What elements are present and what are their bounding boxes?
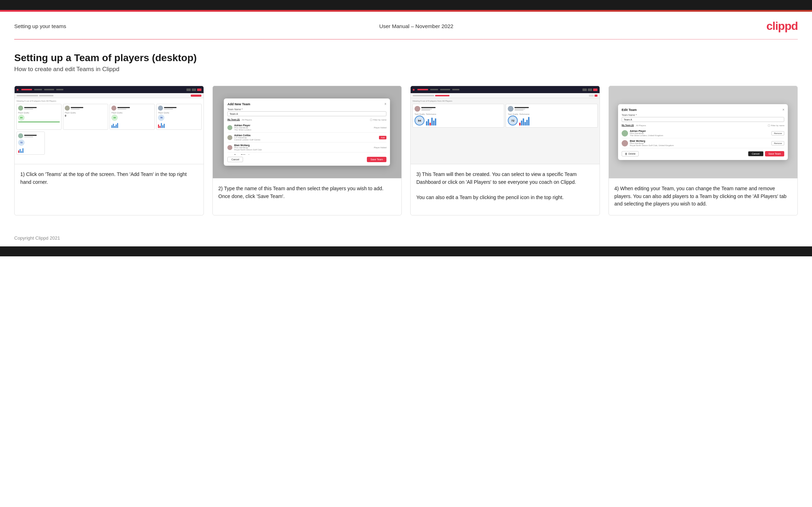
player-name: Dave Billingham [234, 154, 377, 155]
player-item: Adrian Coliba 1.5 Handicap Central Londo… [227, 133, 386, 143]
player-item: Adrian Player Plus Handicap The Shire Lo… [227, 123, 386, 133]
edit-player-name: Adrian Player [630, 130, 770, 132]
add-player-button[interactable]: Add [379, 136, 386, 139]
edit-player-item: Blair McHarg Plus Handicap Royal North D… [622, 138, 784, 148]
clippd-logo: clippd [766, 20, 798, 33]
edit-filter-label: Filter by name [771, 124, 784, 127]
edit-player-location: The Shire London, United Kingdom [630, 134, 770, 137]
header-left-text: Setting up your teams [14, 23, 66, 29]
card-4: Edit Team × Team Name * Team A My Team (… [608, 86, 798, 215]
filter-checkbox[interactable] [370, 119, 372, 121]
edit-player-name: Blair McHarg [630, 140, 770, 142]
card-1: Viewing 6 out of 8 players from All Play… [14, 86, 204, 215]
edit-team-name-input[interactable]: Team A [622, 117, 784, 122]
remove-player-button[interactable]: Remove [771, 141, 784, 145]
top-bar [0, 0, 812, 10]
player-added-status: Player Added [374, 146, 386, 149]
filter-label: Filter by name [373, 119, 386, 121]
player-name: Blair McHarg [234, 144, 372, 146]
page-title: Setting up a Team of players (desktop) [14, 52, 798, 64]
edit-player-avatar [622, 140, 628, 146]
team-name-input[interactable]: Team A [227, 111, 386, 116]
screenshot-4: Edit Team × Team Name * Team A My Team (… [609, 86, 798, 178]
edit-player-avatar [622, 130, 628, 137]
tab-all-players[interactable]: All Players [242, 119, 252, 121]
screenshot-3: Viewing 6 out of 8 players from All Play… [411, 86, 600, 164]
edit-save-team-button[interactable]: Save Team [765, 151, 785, 156]
card-2-text: 2) Type the name of this Team and then s… [213, 178, 402, 215]
screenshot-2: Add New Team × Team Name * Team A My Tea… [213, 86, 402, 178]
trash-icon: 🗑 [625, 153, 627, 155]
edit-team-name-label: Team Name * [622, 114, 784, 116]
edit-modal-close-icon[interactable]: × [782, 108, 785, 112]
team-name-label: Team Name * [227, 108, 386, 111]
player-list: Adrian Player Plus Handicap The Shire Lo… [227, 123, 386, 155]
edit-player-info: Blair McHarg Plus Handicap Royal North D… [630, 140, 770, 146]
edit-filter-checkbox[interactable] [768, 124, 770, 127]
edit-player-item: Adrian Player Plus Handicap The Shire Lo… [622, 128, 784, 138]
card-4-text: 4) When editing your Team, you can chang… [609, 178, 798, 215]
screenshot-1: Viewing 6 out of 8 players from All Play… [15, 86, 204, 164]
player-name: Adrian Coliba [234, 134, 377, 137]
page-subtitle: How to create and edit Teams in Clippd [14, 66, 798, 73]
player-location: Central London Golf Centre [234, 139, 377, 141]
delete-team-button[interactable]: 🗑 Delete [622, 151, 639, 156]
card-2: Add New Team × Team Name * Team A My Tea… [212, 86, 402, 215]
card-3: Viewing 6 out of 8 players from All Play… [410, 86, 600, 215]
player-info: Blair McHarg Plus Handicap Royal North D… [234, 144, 372, 151]
player-avatar [227, 125, 232, 130]
player-name: Adrian Player [234, 124, 372, 127]
page-content: Setting up a Team of players (desktop) H… [0, 39, 812, 230]
header: Setting up your teams User Manual – Nove… [0, 12, 812, 39]
player-item: Blair McHarg Plus Handicap Royal North D… [227, 143, 386, 153]
edit-team-modal: Edit Team × Team Name * Team A My Team (… [618, 104, 788, 160]
player-added-status: Player Added [374, 127, 386, 129]
copyright-text: Copyright Clippd 2021 [14, 235, 60, 241]
card-1-text: 1) Click on 'Teams' at the top of the sc… [15, 164, 204, 215]
cancel-button[interactable]: Cancel [227, 157, 243, 162]
edit-cancel-button[interactable]: Cancel [748, 151, 764, 156]
player-avatar [227, 145, 232, 150]
bottom-bar [0, 246, 812, 256]
add-new-team-modal: Add New Team × Team Name * Team A My Tea… [224, 98, 390, 166]
modal-close-icon[interactable]: × [384, 102, 386, 106]
modal-title: Add New Team [227, 102, 250, 106]
header-center-text: User Manual – November 2022 [379, 23, 453, 29]
save-team-button[interactable]: Save Team [367, 157, 386, 162]
player-info: Adrian Player Plus Handicap The Shire Lo… [234, 124, 372, 131]
edit-tab-all-players[interactable]: All Players [636, 124, 646, 127]
remove-player-button[interactable]: Remove [771, 131, 784, 135]
edit-tab-my-team[interactable]: My Team (2) [622, 124, 634, 127]
edit-player-info: Adrian Player Plus Handicap The Shire Lo… [630, 130, 770, 137]
player-location: The Shire London [234, 129, 372, 131]
player-item: Dave Billingham 3.5 Handicap The Dog May… [227, 153, 386, 155]
player-avatar [227, 135, 232, 140]
tab-my-team[interactable]: My Team (2) [227, 118, 239, 121]
cards-row: Viewing 6 out of 8 players from All Play… [14, 86, 798, 215]
page-footer: Copyright Clippd 2021 [0, 230, 812, 246]
player-info: Adrian Coliba 1.5 Handicap Central Londo… [234, 134, 377, 141]
player-location: Royal North Devon Golf Club [234, 149, 372, 151]
edit-modal-title: Edit Team [622, 108, 637, 112]
player-info: Dave Billingham 3.5 Handicap The Dog May… [234, 154, 377, 155]
edit-player-location: Royal North Devon Golf Club, United King… [630, 144, 770, 146]
card-3-text: 3) This Team will then be created. You c… [411, 164, 600, 215]
